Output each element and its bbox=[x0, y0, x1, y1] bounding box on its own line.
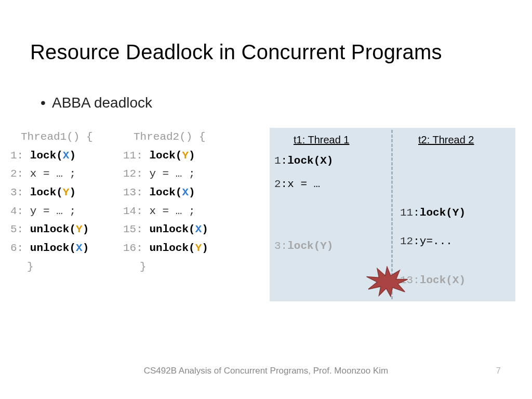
slide-title: Resource Deadlock in Concurrent Programs bbox=[30, 41, 442, 64]
exec-t2-row0: 11:lock(Y) bbox=[400, 207, 466, 219]
code-line: 11: lock(Y) bbox=[123, 147, 208, 165]
thread2-close: } bbox=[140, 258, 208, 276]
exec-t2-row1: 12:y=... bbox=[400, 235, 453, 247]
code-line: 1: lock(X) bbox=[10, 147, 93, 165]
svg-marker-0 bbox=[367, 267, 408, 297]
thread1-header: Thread1() { bbox=[21, 128, 93, 147]
bullet-abba: ABBA deadlock bbox=[52, 95, 152, 111]
exec-col1-head: t1: Thread 1 bbox=[294, 134, 349, 146]
exec-t1-row2: 3:lock(Y) bbox=[274, 240, 333, 252]
code-line: 3: lock(Y) bbox=[10, 183, 93, 202]
code-line: 16: unlock(Y) bbox=[123, 239, 208, 258]
footer-text: CS492B Analysis of Concurrent Programs, … bbox=[0, 366, 532, 376]
code-line: 2: x = … ; bbox=[10, 165, 93, 183]
code-line: 5: unlock(Y) bbox=[10, 220, 93, 239]
code-line: 12: y = … ; bbox=[123, 165, 208, 183]
code-line: 14: x = … ; bbox=[123, 202, 208, 221]
code-line: 15: unlock(X) bbox=[123, 220, 208, 239]
exec-t1-row1: 2:x = … bbox=[274, 178, 320, 190]
collision-starburst-icon bbox=[364, 266, 410, 297]
thread1-close: } bbox=[27, 258, 93, 276]
exec-t1-row0: 1:lock(X) bbox=[274, 155, 333, 167]
code-line: 4: y = … ; bbox=[10, 202, 93, 221]
thread2-code: Thread2() { 11: lock(Y)12: y = … ;13: lo… bbox=[123, 128, 208, 276]
code-line: 6: unlock(X) bbox=[10, 239, 93, 258]
code-line: 13: lock(X) bbox=[123, 183, 208, 202]
page-number: 7 bbox=[496, 366, 501, 376]
exec-col2-head: t2: Thread 2 bbox=[418, 134, 474, 146]
thread2-header: Thread2() { bbox=[134, 128, 208, 147]
thread1-code: Thread1() { 1: lock(X)2: x = … ;3: lock(… bbox=[10, 128, 93, 276]
